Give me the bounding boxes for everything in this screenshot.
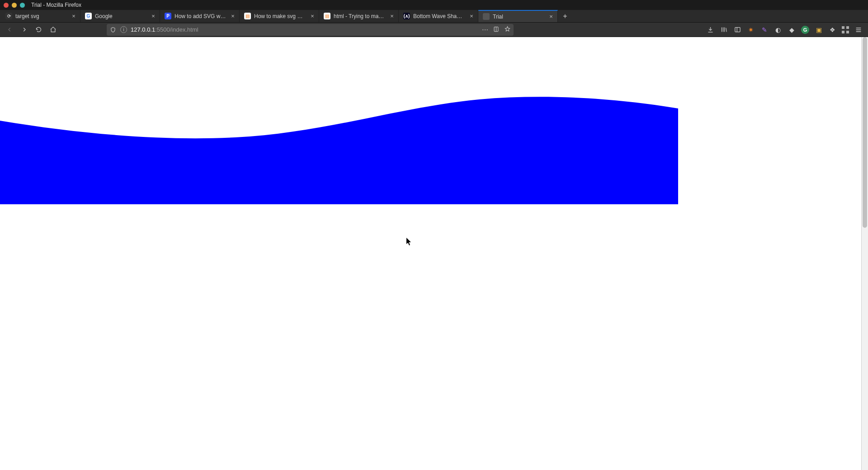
- tab-label: Google: [95, 13, 146, 19]
- page-content: [0, 37, 678, 470]
- tab-favicon-icon: ▤: [324, 13, 330, 19]
- extension-icon-7[interactable]: [842, 26, 849, 33]
- url-rest: :5500/index.html: [155, 26, 198, 33]
- arrow-left-icon: [6, 26, 13, 33]
- extension-icon-4[interactable]: ◆: [788, 26, 796, 34]
- tab-label: Bottom Wave Shape Effect: [413, 13, 465, 19]
- tab-close-button[interactable]: ×: [150, 13, 157, 19]
- tab-favicon-icon: P: [165, 13, 171, 19]
- wave-svg: [0, 96, 678, 204]
- reader-view-icon[interactable]: [493, 26, 500, 34]
- site-info-icon[interactable]: i: [120, 26, 127, 33]
- tab-favicon-icon: [483, 13, 490, 20]
- window-titlebar: Trial - Mozilla Firefox: [0, 0, 868, 10]
- tab-favicon-icon: ▤: [244, 13, 251, 19]
- tab-1[interactable]: GGoogle×: [80, 10, 160, 22]
- url-text: 127.0.0.1:5500/index.html: [131, 26, 478, 33]
- url-host: 127.0.0.1: [131, 26, 155, 33]
- tab-4[interactable]: ▤html - Trying to make SVG×: [319, 10, 399, 22]
- tab-favicon-icon: ⟳: [5, 13, 12, 19]
- tracking-protection-icon[interactable]: [109, 26, 117, 33]
- window-minimize-button[interactable]: [12, 3, 17, 8]
- tab-label: target svg: [15, 13, 67, 19]
- toolbar-right-icons: ✷ ✎ ◐ ◆ G ▣ ❖: [706, 26, 864, 34]
- tab-close-button[interactable]: ×: [388, 13, 396, 19]
- tab-close-button[interactable]: ×: [547, 13, 555, 20]
- page-actions-icon[interactable]: ⋯: [482, 26, 488, 33]
- tab-6[interactable]: Trial×: [478, 10, 558, 22]
- tab-close-button[interactable]: ×: [70, 13, 77, 19]
- reload-button[interactable]: [33, 24, 44, 36]
- home-button[interactable]: [47, 24, 59, 36]
- library-icon[interactable]: [720, 26, 728, 34]
- extension-icon-1[interactable]: ✷: [747, 26, 755, 34]
- scrollbar-thumb[interactable]: [863, 37, 867, 228]
- window-maximize-button[interactable]: [20, 3, 25, 8]
- tab-5[interactable]: (∧)Bottom Wave Shape Effect×: [399, 10, 478, 22]
- vertical-scrollbar[interactable]: [861, 37, 868, 470]
- tab-label: How to make svg height sa: [254, 13, 306, 19]
- tab-strip: ⟳target svg×GGoogle×PHow to add SVG wave…: [0, 10, 868, 23]
- window-title: Trial - Mozilla Firefox: [31, 2, 81, 8]
- tab-2[interactable]: PHow to add SVG waves to y×: [160, 10, 240, 22]
- extension-icon-3[interactable]: ◐: [774, 26, 782, 34]
- navigation-toolbar: i 127.0.0.1:5500/index.html ⋯ ✷ ✎ ◐ ◆ G: [0, 23, 868, 37]
- bookmark-star-icon[interactable]: [504, 26, 511, 34]
- sidebar-toggle-icon[interactable]: [733, 26, 741, 34]
- app-menu-icon[interactable]: [854, 26, 863, 34]
- home-icon: [50, 26, 57, 33]
- tab-label: How to add SVG waves to y: [175, 13, 226, 19]
- new-tab-button[interactable]: +: [558, 10, 572, 22]
- tab-close-button[interactable]: ×: [468, 13, 475, 19]
- extension-icon-6[interactable]: ❖: [828, 26, 836, 34]
- arrow-right-icon: [21, 26, 28, 33]
- extension-icon-5[interactable]: ▣: [815, 26, 823, 34]
- tab-label: Trial: [493, 14, 544, 20]
- tab-close-button[interactable]: ×: [309, 13, 316, 19]
- tab-favicon-icon: (∧): [403, 13, 410, 19]
- mouse-cursor-icon: [406, 238, 412, 246]
- window-close-button[interactable]: [4, 3, 9, 8]
- tab-3[interactable]: ▤How to make svg height sa×: [240, 10, 319, 22]
- forward-button[interactable]: [18, 24, 30, 36]
- url-bar[interactable]: i 127.0.0.1:5500/index.html ⋯: [107, 24, 514, 36]
- window-controls: [4, 3, 25, 8]
- tab-close-button[interactable]: ×: [229, 13, 236, 19]
- page-viewport: [0, 37, 868, 470]
- wave-path: [0, 97, 678, 204]
- tab-label: html - Trying to make SVG: [334, 13, 385, 19]
- reload-icon: [35, 26, 42, 33]
- back-button[interactable]: [4, 24, 15, 36]
- downloads-icon[interactable]: [706, 26, 714, 34]
- extension-icon-grammarly[interactable]: G: [801, 26, 809, 34]
- svg-rect-1: [735, 28, 740, 32]
- tab-0[interactable]: ⟳target svg×: [1, 10, 80, 22]
- tab-favicon-icon: G: [85, 13, 92, 19]
- extension-icon-2[interactable]: ✎: [760, 26, 769, 34]
